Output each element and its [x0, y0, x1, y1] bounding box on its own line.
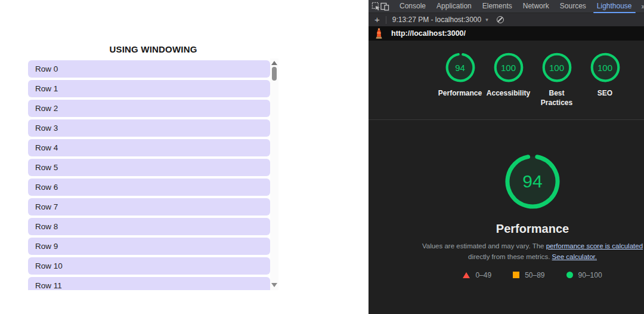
- list-item: Row 10: [28, 257, 270, 275]
- inspect-element-icon[interactable]: [371, 1, 380, 12]
- tab-network[interactable]: Network: [518, 0, 555, 13]
- score-legend: 0–49 50–89 90–100: [463, 271, 602, 279]
- score-best-practices[interactable]: 100 Best Practices: [532, 52, 581, 107]
- lighthouse-runbar: + 9:13:27 PM - localhost:3000 ▾: [369, 13, 644, 26]
- device-toolbar-icon[interactable]: [380, 1, 389, 12]
- screen: USING WINDOWING Row 0 Row 1 Row 2 Row 3 …: [0, 0, 644, 314]
- legend-pass: 90–100: [566, 271, 602, 279]
- list-item: Row 6: [28, 178, 270, 196]
- chevron-down-icon: ▾: [485, 17, 488, 23]
- row-list: Row 0 Row 1 Row 2 Row 3 Row 4 Row 5 Row …: [28, 59, 270, 290]
- fail-triangle-icon: [463, 272, 470, 278]
- tab-application[interactable]: Application: [431, 0, 477, 13]
- list-scrollbar[interactable]: [270, 59, 278, 290]
- score-summary-section: 94 Performance 100 Accessibility: [369, 41, 644, 120]
- score-value: 94: [445, 52, 476, 83]
- seo-gauge: 100: [590, 52, 621, 83]
- legend-range: 90–100: [578, 271, 602, 279]
- see-calculator-link[interactable]: See calculator.: [552, 253, 597, 260]
- score-label: Performance: [438, 89, 482, 98]
- tab-sources[interactable]: Sources: [555, 0, 592, 13]
- accessibility-gauge: 100: [493, 52, 524, 83]
- new-report-button[interactable]: +: [369, 14, 386, 26]
- performance-description: Values are estimated and may vary. The p…: [404, 241, 644, 263]
- scroll-down-icon[interactable]: [271, 283, 277, 287]
- score-value: 100: [590, 52, 621, 83]
- description-text: directly from these metrics.: [468, 253, 552, 260]
- report-selector-label: 9:13:27 PM - localhost:3000: [392, 16, 481, 24]
- score-accessibility[interactable]: 100 Accessibility: [484, 52, 532, 107]
- score-value: 100: [541, 52, 572, 83]
- list-item: Row 11: [28, 277, 270, 290]
- scrollbar-thumb[interactable]: [272, 67, 277, 81]
- list-item: Row 5: [28, 159, 270, 176]
- tab-elements[interactable]: Elements: [477, 0, 518, 13]
- scroll-up-icon[interactable]: [271, 61, 277, 65]
- performance-section: 94 Performance Values are estimated and …: [369, 120, 644, 314]
- legend-range: 0–49: [475, 271, 491, 279]
- windowed-list-panel: USING WINDOWING Row 0 Row 1 Row 2 Row 3 …: [0, 0, 369, 314]
- performance-title: Performance: [496, 222, 569, 236]
- report-url-bar: http://localhost:3000/: [369, 26, 644, 41]
- list-item: Row 2: [28, 100, 270, 117]
- clear-reports-icon[interactable]: [497, 16, 504, 23]
- score-label: Best Practices: [532, 89, 581, 107]
- more-tabs-icon[interactable]: »: [637, 2, 644, 11]
- devtools-tabbar: Console Application Elements Network Sou…: [369, 0, 644, 13]
- score-label: SEO: [597, 89, 612, 98]
- report-url: http://localhost:3000/: [391, 29, 466, 38]
- score-calculation-link[interactable]: performance score is calculated: [546, 242, 643, 250]
- list-viewport[interactable]: Row 0 Row 1 Row 2 Row 3 Row 4 Row 5 Row …: [28, 59, 278, 290]
- score-value: 100: [493, 52, 524, 83]
- list-item: Row 4: [28, 139, 270, 156]
- list-item: Row 7: [28, 198, 270, 216]
- score-label: Accessibility: [487, 89, 530, 98]
- performance-big-gauge: 94: [504, 153, 561, 210]
- list-item: Row 9: [28, 238, 270, 255]
- performance-gauge: 94: [445, 52, 476, 83]
- legend-fail: 0–49: [463, 271, 491, 279]
- average-square-icon: [513, 272, 519, 278]
- list-item: Row 3: [28, 119, 270, 137]
- score-seo[interactable]: 100 SEO: [581, 52, 629, 107]
- scores-row: 94 Performance 100 Accessibility: [395, 41, 644, 107]
- score-performance[interactable]: 94 Performance: [436, 52, 484, 107]
- report-selector-dropdown[interactable]: 9:13:27 PM - localhost:3000 ▾: [392, 16, 488, 24]
- legend-range: 50–89: [525, 271, 544, 279]
- toolbar-divider: [386, 16, 386, 24]
- list-item: Row 0: [28, 60, 270, 78]
- tab-console[interactable]: Console: [394, 0, 431, 13]
- performance-score-value: 94: [504, 153, 561, 210]
- tab-lighthouse[interactable]: Lighthouse: [592, 0, 637, 13]
- legend-average: 50–89: [513, 271, 544, 279]
- description-text: Values are estimated and may vary. The: [422, 242, 546, 250]
- devtools-panel: Console Application Elements Network Sou…: [369, 0, 644, 314]
- pass-circle-icon: [566, 272, 573, 278]
- list-item: Row 8: [28, 218, 270, 235]
- lighthouse-logo-icon: [374, 28, 383, 39]
- list-item: Row 1: [28, 80, 270, 97]
- list-title: USING WINDOWING: [28, 44, 278, 54]
- best-practices-gauge: 100: [541, 52, 572, 83]
